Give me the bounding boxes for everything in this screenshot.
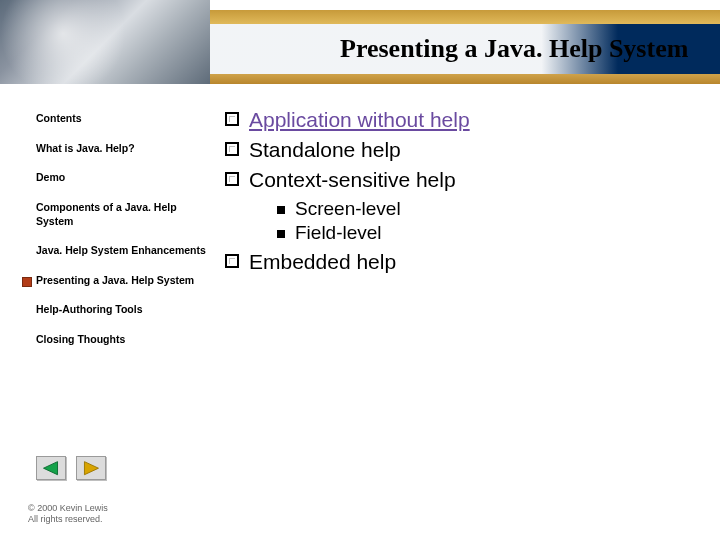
checkbox-icon xyxy=(225,172,239,186)
sidebar-item-label: What is Java. Help? xyxy=(36,142,135,154)
footer-rights: All rights reserved. xyxy=(28,514,108,526)
arrow-right-icon xyxy=(77,457,105,479)
bullet-item: Embedded help xyxy=(225,250,700,274)
sidebar-item-label: Java. Help System Enhancements xyxy=(36,244,206,256)
sidebar-item-label: Help-Authoring Tools xyxy=(36,303,143,315)
bullet-text: Standalone help xyxy=(249,138,401,162)
sidebar-item-label: Closing Thoughts xyxy=(36,333,125,345)
bullet-item: Context-sensitive help xyxy=(225,168,700,192)
bullet-link-application-without-help[interactable]: Application without help xyxy=(249,108,470,132)
square-bullet-icon xyxy=(277,206,285,214)
sub-item: Field-level xyxy=(277,222,700,244)
bullet-text: Context-sensitive help xyxy=(249,168,456,192)
checkbox-icon xyxy=(225,112,239,126)
nav-arrows xyxy=(36,456,106,480)
next-button[interactable] xyxy=(76,456,106,480)
bullet-item: Standalone help xyxy=(225,138,700,162)
sidebar-item-authoring[interactable]: Help-Authoring Tools xyxy=(36,303,206,317)
sidebar-item-presenting[interactable]: Presenting a Java. Help System xyxy=(36,274,206,288)
sidebar-item-label: Contents xyxy=(36,112,82,124)
footer-copyright: © 2000 Kevin Lewis xyxy=(28,503,108,515)
svg-marker-0 xyxy=(44,462,58,475)
header-photo-shade xyxy=(0,0,210,84)
checkbox-icon xyxy=(225,254,239,268)
square-bullet-icon xyxy=(277,230,285,238)
sidebar-item-label: Components of a Java. Help System xyxy=(36,201,177,227)
sidebar-item-what-is[interactable]: What is Java. Help? xyxy=(36,142,206,156)
title-box: Presenting a Java. Help System xyxy=(210,24,720,74)
sidebar-item-contents[interactable]: Contents xyxy=(36,112,206,126)
checkbox-icon xyxy=(225,142,239,156)
bullet-text: Embedded help xyxy=(249,250,396,274)
prev-button[interactable] xyxy=(36,456,66,480)
slide: Presenting a Java. Help System Contents … xyxy=(0,0,720,540)
content-area: Application without help Standalone help… xyxy=(225,108,700,280)
sub-text: Field-level xyxy=(295,222,382,244)
sidebar-item-components[interactable]: Components of a Java. Help System xyxy=(36,201,206,228)
header-band: Presenting a Java. Help System xyxy=(0,0,720,84)
sidebar-item-enhancements[interactable]: Java. Help System Enhancements xyxy=(36,244,206,258)
bullet-item: Application without help xyxy=(225,108,700,132)
sidebar-item-closing[interactable]: Closing Thoughts xyxy=(36,333,206,347)
sub-text: Screen-level xyxy=(295,198,401,220)
sidebar-item-label: Demo xyxy=(36,171,65,183)
svg-marker-1 xyxy=(84,462,98,475)
arrow-left-icon xyxy=(37,457,65,479)
slide-title: Presenting a Java. Help System xyxy=(340,34,688,64)
sidebar-item-label: Presenting a Java. Help System xyxy=(36,274,194,286)
sidebar-item-demo[interactable]: Demo xyxy=(36,171,206,185)
footer: © 2000 Kevin Lewis All rights reserved. xyxy=(28,503,108,526)
sidebar: Contents What is Java. Help? Demo Compon… xyxy=(36,112,206,363)
sub-list: Screen-level Field-level xyxy=(277,198,700,244)
sub-item: Screen-level xyxy=(277,198,700,220)
